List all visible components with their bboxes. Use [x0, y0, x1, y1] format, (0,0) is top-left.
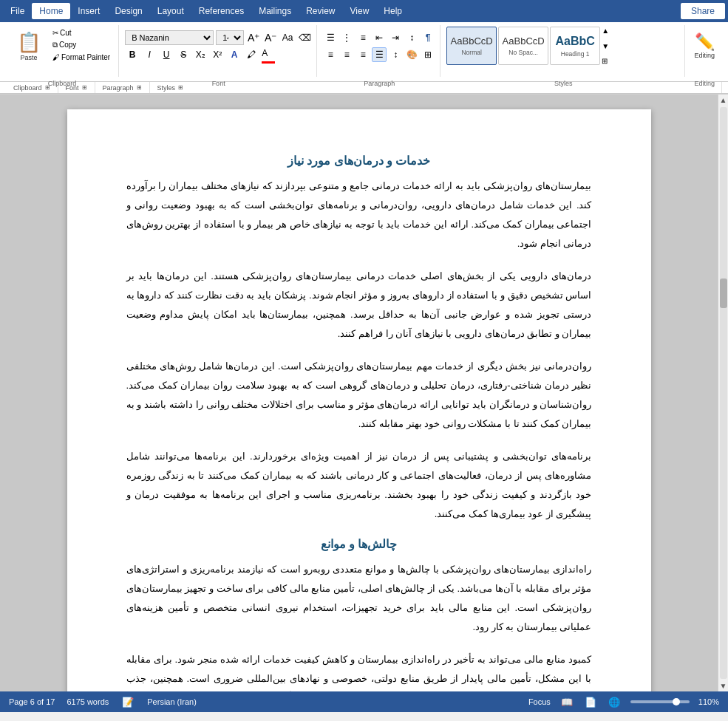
menu-view[interactable]: View — [343, 3, 377, 19]
subscript-button[interactable]: X₂ — [193, 47, 208, 62]
content-area: خدمات و درمان‌های مورد نیاز بیمارستان‌ها… — [0, 95, 728, 691]
styles-scroll[interactable]: ▲ ▼ ⊞ — [602, 27, 609, 65]
style-normal-label: Normal — [461, 49, 481, 56]
document-area: خدمات و درمان‌های مورد نیاز بیمارستان‌ها… — [0, 95, 718, 691]
clipboard-group-label: Clipboard — [6, 80, 118, 87]
paragraph-group: ☰ ⋮ ≡ ⇤ ⇥ ↕ ¶ ≡ ≡ ≡ ☰ ↕ 🎨 — [319, 25, 440, 77]
scroll-down-arrow[interactable]: ▼ — [719, 682, 728, 690]
line-spacing-button[interactable]: ↕ — [388, 47, 403, 62]
align-left-button[interactable]: ≡ — [323, 47, 338, 62]
sort-button[interactable]: ↕ — [404, 30, 419, 45]
section-services-para-2: درمان‌های دارویی یکی از بخش‌های اصلی خدم… — [126, 267, 592, 344]
zoom-percent: 110% — [698, 697, 719, 706]
font-name-selector[interactable]: B Nazanin — [125, 30, 214, 45]
cut-icon: ✂ — [52, 29, 58, 37]
section-services-para-4: برنامه‌های توان‌بخشی و پشتیبانی پس از در… — [126, 447, 592, 524]
document-page: خدمات و درمان‌های مورد نیاز بیمارستان‌ها… — [67, 109, 651, 691]
format-painter-button[interactable]: 🖌 Format Painter — [49, 52, 114, 63]
language: Persian (Iran) — [147, 697, 197, 706]
menu-layout[interactable]: Layout — [150, 3, 191, 19]
style-heading1-preview: AaBbC — [555, 34, 594, 48]
style-heading1[interactable]: AaBbC Heading 1 — [550, 27, 600, 65]
editing-icon: ✏️ — [695, 33, 715, 52]
editing-group-label: Editing — [687, 80, 722, 87]
bullets-button[interactable]: ☰ — [323, 30, 338, 45]
menu-insert[interactable]: Insert — [70, 3, 107, 19]
text-highlight-button[interactable]: 🖍 — [244, 47, 259, 62]
format-painter-icon: 🖌 — [52, 53, 60, 61]
paste-icon: 📋 — [17, 31, 41, 54]
menu-design[interactable]: Design — [107, 3, 149, 19]
scroll-thumb[interactable] — [720, 279, 727, 308]
italic-button[interactable]: I — [142, 47, 157, 62]
menu-help[interactable]: Help — [376, 3, 409, 19]
bold-button[interactable]: B — [125, 47, 140, 62]
menu-mailings[interactable]: Mailings — [251, 3, 299, 19]
vertical-scrollbar[interactable]: ▲ ▼ — [718, 95, 728, 691]
word-count: 6175 words — [67, 697, 109, 706]
ribbon-toolbar: 📋 Paste ✂ Cut ⧉ Copy 🖌 — [0, 22, 728, 82]
style-no-spacing-label: No Spac... — [508, 49, 538, 56]
menu-references[interactable]: References — [191, 3, 251, 19]
section-challenges-para-2: کمبود منابع مالی می‌تواند به تأخیر در را… — [126, 650, 592, 691]
print-layout-icon[interactable]: 📄 — [583, 694, 598, 709]
status-left: Page 6 of 17 6175 words 📝 Persian (Iran) — [9, 694, 197, 709]
text-effects-button[interactable]: A — [227, 47, 242, 62]
styles-group-label: Styles — [442, 80, 684, 87]
font-group-label: Font — [120, 80, 316, 87]
page-info: Page 6 of 17 — [9, 697, 55, 706]
format-painter-label: Format Painter — [61, 53, 110, 61]
read-mode-icon[interactable]: 📖 — [559, 694, 574, 709]
editing-label: Editing — [694, 52, 715, 59]
copy-button[interactable]: ⧉ Copy — [49, 39, 114, 51]
font-color-button[interactable]: A — [261, 47, 276, 62]
numbering-button[interactable]: ⋮ — [339, 30, 354, 45]
focus-label[interactable]: Focus — [528, 697, 551, 706]
align-center-button[interactable]: ≡ — [339, 47, 354, 62]
decrease-font-button[interactable]: A⁻ — [263, 30, 278, 45]
superscript-button[interactable]: X² — [210, 47, 225, 62]
menu-home[interactable]: Home — [32, 3, 70, 19]
style-heading1-label: Heading 1 — [561, 50, 590, 58]
menu-file[interactable]: File — [3, 3, 32, 19]
cut-label: Cut — [60, 29, 72, 37]
multilevel-list-button[interactable]: ≡ — [356, 30, 370, 45]
section-challenges-para-1: راه‌اندازی بیمارستان‌های روان‌پزشکی با چ… — [126, 560, 592, 637]
align-right-button[interactable]: ≡ — [356, 47, 370, 62]
styles-group: AaBbCcD Normal AaBbCcD No Spac... AaBbC … — [442, 25, 685, 77]
status-bar: Page 6 of 17 6175 words 📝 Persian (Iran)… — [0, 691, 728, 712]
font-group: B Nazanin 14 A⁺ A⁻ Aa ⌫ B I U — [120, 25, 317, 77]
scroll-track[interactable] — [720, 107, 727, 679]
show-formatting-button[interactable]: ¶ — [421, 30, 435, 45]
style-no-spacing[interactable]: AaBbCcD No Spac... — [498, 27, 548, 65]
paste-label: Paste — [20, 54, 37, 61]
decrease-indent-button[interactable]: ⇤ — [372, 30, 387, 45]
share-button[interactable]: Share — [681, 3, 725, 19]
menu-bar: File Home Insert Design Layout Reference… — [0, 0, 728, 22]
zoom-slider[interactable] — [630, 700, 690, 703]
paste-button[interactable]: 📋 Paste — [10, 27, 47, 65]
change-case-button[interactable]: Aa — [280, 30, 295, 45]
editing-group: ✏️ Editing Editing — [687, 25, 722, 77]
strikethrough-button[interactable]: S — [176, 47, 191, 62]
clear-format-button[interactable]: ⌫ — [297, 30, 312, 45]
zoom-thumb[interactable] — [673, 698, 680, 705]
clipboard-group: 📋 Paste ✂ Cut ⧉ Copy 🖌 — [6, 25, 119, 77]
underline-button[interactable]: U — [159, 47, 174, 62]
font-size-selector[interactable]: 14 — [216, 30, 244, 45]
paragraph-group-label: Paragraph — [319, 80, 440, 87]
proofing-icon[interactable]: 📝 — [120, 694, 135, 709]
section-challenges-heading: چالش‌ها و موانع — [126, 537, 592, 551]
web-layout-icon[interactable]: 🌐 — [607, 694, 622, 709]
menu-review[interactable]: Review — [299, 3, 342, 19]
status-right: Focus 📖 📄 🌐 110% — [528, 694, 719, 709]
style-normal-preview: AaBbCcD — [451, 35, 493, 47]
increase-indent-button[interactable]: ⇥ — [388, 30, 403, 45]
shading-button[interactable]: 🎨 — [404, 47, 419, 62]
scroll-up-arrow[interactable]: ▲ — [719, 96, 728, 104]
justify-button[interactable]: ☰ — [372, 47, 387, 62]
increase-font-button[interactable]: A⁺ — [246, 30, 261, 45]
cut-button[interactable]: ✂ Cut — [49, 27, 114, 38]
borders-button[interactable]: ⊞ — [421, 47, 435, 62]
style-normal[interactable]: AaBbCcD Normal — [446, 27, 497, 65]
